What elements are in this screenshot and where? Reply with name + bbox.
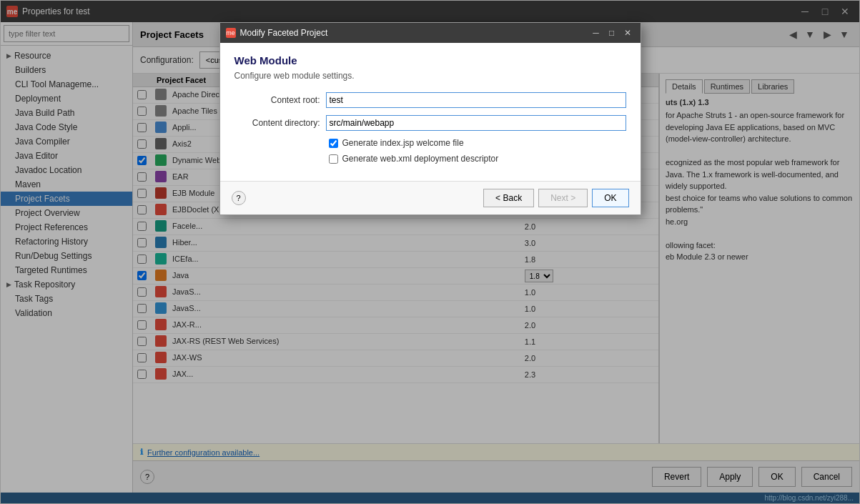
content-directory-field: Content directory: — [234, 115, 626, 131]
modal-heading: Web Module — [234, 54, 626, 66]
modal-ok-button[interactable]: OK — [592, 189, 628, 207]
main-window: me Properties for test ─ □ ✕ ▶ Resource … — [0, 0, 860, 504]
modal-titlebar: me Modify Faceted Project ─ □ ✕ — [220, 23, 641, 43]
modal-dialog: me Modify Faceted Project ─ □ ✕ Web Modu… — [219, 22, 641, 215]
modal-back-button[interactable]: < Back — [483, 189, 534, 207]
modal-close-button[interactable]: ✕ — [621, 26, 635, 39]
checkbox-webxml-row: Generate web.xml deployment descriptor — [329, 154, 626, 164]
modal-maximize-button[interactable]: □ — [605, 26, 619, 39]
checkbox-index-jsp-label: Generate index.jsp welcome file — [342, 138, 464, 148]
content-directory-label: Content directory: — [234, 118, 320, 128]
checkbox-index-jsp[interactable] — [329, 139, 338, 148]
modal-footer-buttons: < Back Next > OK — [483, 189, 628, 207]
modal-overlay: me Modify Faceted Project ─ □ ✕ Web Modu… — [1, 1, 859, 503]
modal-minimize-button[interactable]: ─ — [589, 26, 603, 39]
context-root-label: Context root: — [234, 95, 320, 105]
modal-window-controls: ─ □ ✕ — [589, 26, 635, 39]
context-root-input[interactable] — [326, 92, 626, 108]
modal-app-icon: me — [226, 28, 236, 38]
checkbox-webxml-label: Generate web.xml deployment descriptor — [342, 154, 499, 164]
modal-body: Web Module Configure web module settings… — [220, 43, 641, 181]
modal-help-button[interactable]: ? — [232, 191, 246, 205]
checkbox-index-jsp-row: Generate index.jsp welcome file — [329, 138, 626, 148]
modal-subtext: Configure web module settings. — [234, 71, 626, 81]
content-directory-input[interactable] — [326, 115, 626, 131]
modal-footer: ? < Back Next > OK — [220, 181, 641, 214]
context-root-field: Context root: — [234, 92, 626, 108]
modal-title: Modify Faceted Project — [240, 28, 328, 38]
modal-next-button[interactable]: Next > — [538, 189, 588, 207]
checkbox-webxml[interactable] — [329, 154, 338, 164]
